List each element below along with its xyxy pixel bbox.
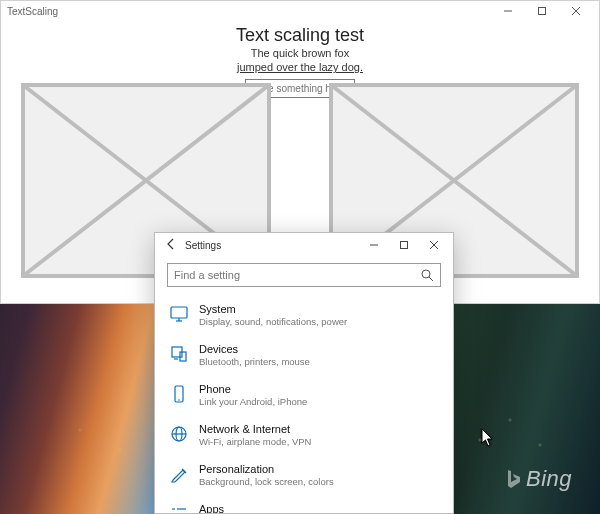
settings-list: System Display, sound, notifications, po… [167, 297, 441, 513]
svg-line-15 [429, 277, 433, 281]
apps-icon [169, 504, 189, 513]
settings-maximize-button[interactable] [389, 240, 419, 250]
settings-item-desc: Wi-Fi, airplane mode, VPN [199, 436, 311, 447]
svg-rect-1 [539, 8, 546, 15]
app-subtext-2: jumped over the lazy dog. [237, 61, 363, 73]
back-button[interactable] [159, 237, 183, 254]
bing-watermark: Bing [504, 466, 572, 492]
search-icon [420, 268, 434, 282]
settings-item-label: Network & Internet [199, 423, 311, 435]
settings-item-personalization[interactable]: Personalization Background, lock screen,… [167, 457, 441, 497]
settings-item-label: Phone [199, 383, 307, 395]
settings-item-label: Apps [199, 503, 350, 513]
maximize-button[interactable] [525, 6, 559, 16]
bing-icon [504, 468, 522, 490]
close-button[interactable] [559, 6, 593, 16]
app-heading: Text scaling test [1, 25, 599, 46]
textscaling-titlebar[interactable]: TextScaling [1, 1, 599, 21]
settings-item-desc: Background, lock screen, colors [199, 476, 334, 487]
settings-item-apps[interactable]: Apps Uninstall, defaults, optional featu… [167, 497, 441, 513]
svg-rect-11 [401, 242, 408, 249]
app-subtext-1: The quick brown fox [251, 47, 349, 59]
settings-minimize-button[interactable] [359, 240, 389, 250]
settings-item-label: System [199, 303, 347, 315]
settings-item-desc: Display, sound, notifications, power [199, 316, 347, 327]
settings-item-desc: Link your Android, iPhone [199, 396, 307, 407]
settings-item-network[interactable]: Network & Internet Wi-Fi, airplane mode,… [167, 417, 441, 457]
settings-title: Settings [185, 240, 221, 251]
settings-item-devices[interactable]: Devices Bluetooth, printers, mouse [167, 337, 441, 377]
bing-watermark-text: Bing [526, 466, 572, 492]
settings-body: Find a setting System Display, sound, no… [155, 257, 453, 513]
settings-close-button[interactable] [419, 240, 449, 250]
personalization-icon [169, 464, 189, 484]
settings-item-desc: Bluetooth, printers, mouse [199, 356, 310, 367]
search-input[interactable]: Find a setting [167, 263, 441, 287]
search-placeholder: Find a setting [174, 269, 420, 281]
svg-point-14 [422, 270, 430, 278]
settings-item-system[interactable]: System Display, sound, notifications, po… [167, 297, 441, 337]
settings-window: Settings Find a setting System [154, 232, 454, 514]
svg-rect-16 [171, 307, 187, 318]
devices-icon [169, 344, 189, 364]
network-icon [169, 424, 189, 444]
settings-item-label: Personalization [199, 463, 334, 475]
settings-item-phone[interactable]: Phone Link your Android, iPhone [167, 377, 441, 417]
settings-titlebar[interactable]: Settings [155, 233, 453, 257]
settings-item-label: Devices [199, 343, 310, 355]
svg-point-23 [178, 399, 180, 401]
minimize-button[interactable] [491, 6, 525, 16]
phone-icon [169, 384, 189, 404]
textscaling-title: TextScaling [7, 6, 58, 17]
system-icon [169, 304, 189, 324]
mouse-cursor-icon [481, 428, 495, 448]
